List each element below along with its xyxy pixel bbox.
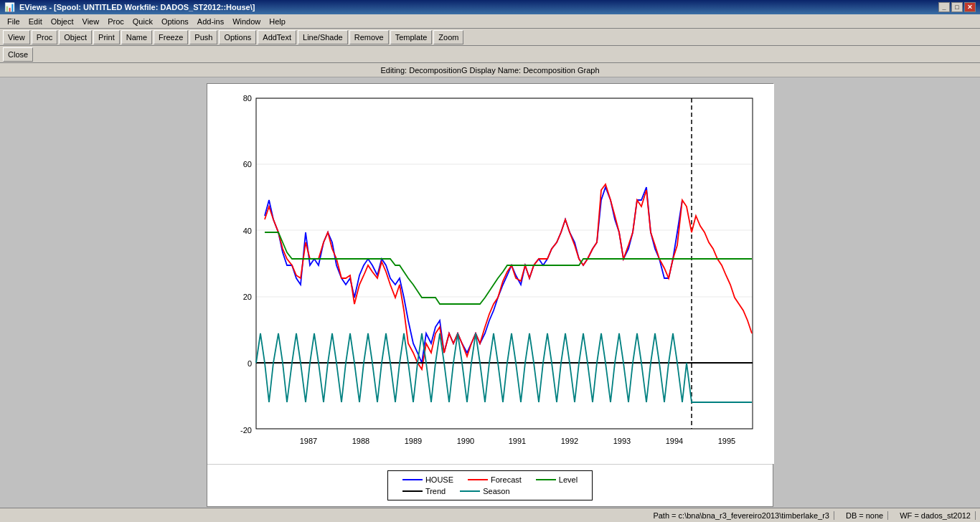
toolbar: View Proc Object Print Name Freeze Push …: [0, 29, 980, 46]
btn-push[interactable]: Push: [189, 30, 217, 44]
menu-item-file[interactable]: File: [3, 16, 24, 27]
level-label: Level: [559, 475, 578, 484]
legend-forecast: Forecast: [468, 475, 522, 484]
house-legend-line: [402, 479, 423, 480]
season-legend-line: [460, 490, 480, 492]
chart-legend: HOUSE Forecast Level: [207, 464, 773, 506]
btn-zoom[interactable]: Zoom: [433, 30, 463, 44]
level-legend-line: [536, 479, 556, 480]
menu-item-window[interactable]: Window: [228, 16, 265, 27]
legend-season: Season: [460, 487, 509, 495]
svg-text:1988: 1988: [352, 437, 369, 445]
btn-addtext[interactable]: AddText: [258, 30, 296, 44]
svg-text:0: 0: [248, 359, 252, 368]
status-db: DB = none: [842, 511, 888, 520]
btn-template[interactable]: Template: [390, 30, 433, 44]
btn-options[interactable]: Options: [219, 30, 256, 44]
btn-proc[interactable]: Proc: [32, 30, 58, 44]
close-bar: Close: [0, 46, 980, 63]
info-bar: Editing: DecompositionG Display Name: De…: [0, 63, 980, 77]
menu-item-addins[interactable]: Add-ins: [193, 16, 228, 27]
svg-text:20: 20: [243, 293, 252, 301]
svg-text:1989: 1989: [405, 437, 422, 445]
legend-house: HOUSE: [402, 475, 453, 484]
legend-row-1: HOUSE Forecast Level: [402, 475, 578, 484]
svg-text:1993: 1993: [613, 437, 631, 445]
house-label: HOUSE: [425, 475, 453, 484]
svg-text:1995: 1995: [718, 437, 735, 445]
title-bar-controls: _ □ ✕: [938, 2, 976, 12]
menu-item-proc[interactable]: Proc: [103, 16, 128, 27]
btn-print[interactable]: Print: [93, 30, 120, 44]
title-bar: 📊 EViews - [Spool: UNTITLED Workfile: DA…: [0, 0, 980, 14]
svg-text:1990: 1990: [457, 437, 474, 445]
editing-info: Editing: DecompositionG Display Name: De…: [380, 66, 599, 75]
btn-freeze[interactable]: Freeze: [154, 30, 188, 44]
svg-text:40: 40: [243, 227, 252, 235]
app-window: 📊 EViews - [Spool: UNTITLED Workfile: DA…: [0, 0, 980, 522]
maximize-button[interactable]: □: [951, 2, 963, 12]
chart-svg: 80 60 40 20 0 -20 1987: [207, 84, 774, 464]
body-area: 80 60 40 20 0 -20 1987: [0, 77, 980, 508]
btn-view[interactable]: View: [3, 30, 30, 44]
menu-item-options[interactable]: Options: [157, 16, 193, 27]
window-close-button[interactable]: ✕: [964, 2, 976, 12]
svg-text:1994: 1994: [666, 437, 683, 445]
menu-item-edit[interactable]: Edit: [24, 16, 47, 27]
svg-text:80: 80: [243, 94, 252, 103]
menu-item-quick[interactable]: Quick: [128, 16, 157, 27]
btn-lineshade[interactable]: Line/Shade: [298, 30, 348, 44]
btn-remove[interactable]: Remove: [349, 30, 389, 44]
svg-text:1991: 1991: [509, 437, 526, 445]
svg-text:60: 60: [243, 160, 252, 169]
menu-item-view[interactable]: View: [78, 16, 104, 27]
chart-container: 80 60 40 20 0 -20 1987: [207, 83, 773, 507]
season-label: Season: [483, 487, 509, 495]
svg-text:-20: -20: [240, 426, 252, 435]
menu-item-help[interactable]: Help: [265, 16, 290, 27]
svg-text:1987: 1987: [300, 437, 317, 445]
status-wf: WF = dados_st2012: [895, 511, 976, 520]
legend-row-2: Trend Season: [402, 487, 578, 495]
menu-item-object[interactable]: Object: [47, 16, 78, 27]
close-button[interactable]: Close: [3, 47, 33, 62]
svg-text:1992: 1992: [561, 437, 578, 445]
svg-rect-0: [207, 84, 774, 464]
app-icon: 📊: [4, 2, 15, 12]
minimize-button[interactable]: _: [938, 2, 950, 12]
menu-bar: File Edit Object View Proc Quick Options…: [0, 14, 980, 29]
forecast-legend-line: [468, 479, 488, 480]
btn-object[interactable]: Object: [59, 30, 92, 44]
trend-label: Trend: [425, 487, 446, 495]
legend-trend: Trend: [402, 487, 446, 495]
btn-name[interactable]: Name: [121, 30, 152, 44]
status-path: Path = c:\bna\bna_r3_fevereiro2013\timbe…: [649, 511, 834, 520]
legend-level: Level: [536, 475, 578, 484]
trend-legend-line: [402, 490, 423, 492]
forecast-label: Forecast: [491, 475, 522, 484]
status-bar: Path = c:\bna\bna_r3_fevereiro2013\timbe…: [0, 508, 980, 522]
title-text: EViews - [Spool: UNTITLED Workfile: DADO…: [19, 3, 255, 11]
